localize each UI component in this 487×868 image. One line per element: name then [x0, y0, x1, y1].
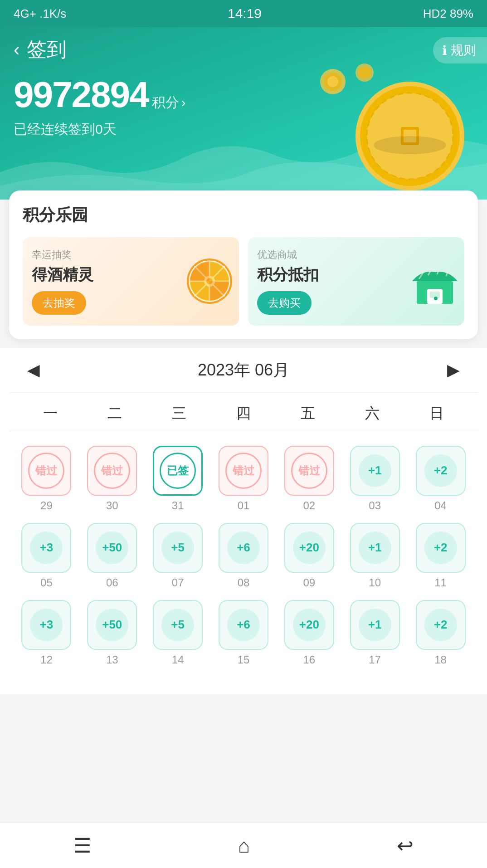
status-left: 4G+ .1K/s	[14, 7, 66, 21]
status-time: 14:19	[228, 6, 262, 21]
points-number: 9972894	[14, 77, 148, 113]
header-top: ‹ 签到	[14, 36, 473, 63]
cal-cell-16[interactable]: +2016	[276, 595, 342, 672]
cal-cell-09[interactable]: +2009	[276, 517, 342, 595]
card-section-title: 积分乐园	[23, 204, 464, 226]
cal-cell-06[interactable]: +5006	[79, 517, 145, 595]
weekday-thu: 四	[211, 404, 276, 424]
cal-cell-08[interactable]: +608	[211, 517, 277, 595]
info-icon: ℹ	[442, 43, 447, 58]
weekday-mon: 一	[18, 404, 83, 424]
cal-cell-12[interactable]: +312	[14, 595, 79, 672]
page-title: 签到	[27, 36, 67, 63]
coin-decoration	[306, 63, 469, 190]
points-arrow[interactable]: ›	[181, 95, 185, 110]
svg-point-4	[358, 66, 371, 79]
battery-text: HD2 89%	[423, 7, 473, 21]
cal-cell-31[interactable]: 已签31	[145, 440, 211, 517]
back-button[interactable]: ‹	[14, 39, 19, 60]
cal-cell-17[interactable]: +117	[342, 595, 408, 672]
cal-cell-14[interactable]: +514	[145, 595, 211, 672]
rules-button[interactable]: ℹ 规则	[433, 37, 487, 63]
lucky-draw-card[interactable]: 幸运抽奖 得酒精灵 去抽奖	[23, 237, 239, 326]
weekday-sat: 六	[340, 404, 404, 424]
svg-point-23	[434, 297, 438, 300]
cal-cell-15[interactable]: +615	[211, 595, 277, 672]
home-button[interactable]: ⌂	[238, 834, 250, 857]
weekday-fri: 五	[276, 404, 340, 424]
calendar-month-label: 2023年 06月	[198, 359, 289, 381]
cal-cell-02[interactable]: 错过02	[276, 440, 342, 517]
menu-button[interactable]: ☰	[73, 834, 91, 857]
rules-label: 规则	[451, 42, 476, 59]
cal-cell-30[interactable]: 错过30	[79, 440, 145, 517]
calendar-section: ◀ 2023年 06月 ▶ 一 二 三 四 五 六 日 错过29错过30已签31…	[0, 348, 487, 694]
cal-cell-04[interactable]: +204	[408, 440, 473, 517]
weekday-headers: 一 二 三 四 五 六 日	[9, 393, 478, 431]
signal-text: 4G+ .1K/s	[14, 7, 66, 21]
bottom-nav: ☰ ⌂ ↩	[0, 823, 487, 868]
svg-point-11	[374, 136, 446, 154]
cal-cell-18[interactable]: +218	[408, 595, 473, 672]
cal-cell-10[interactable]: +110	[342, 517, 408, 595]
header-section: ‹ 签到 ℹ 规则 9972894 积分 › 已经连续签到0天	[0, 27, 487, 200]
calendar-nav: ◀ 2023年 06月 ▶	[9, 348, 478, 393]
mall-button[interactable]: 去购买	[257, 291, 312, 315]
cal-cell-01[interactable]: 错过01	[211, 440, 277, 517]
next-month-button[interactable]: ▶	[443, 361, 464, 380]
status-bar: 4G+ .1K/s 14:19 HD2 89%	[0, 0, 487, 27]
weekday-tue: 二	[83, 404, 147, 424]
cal-cell-03[interactable]: +103	[342, 440, 408, 517]
cal-cell-29[interactable]: 错过29	[14, 440, 79, 517]
cal-cell-11[interactable]: +211	[408, 517, 473, 595]
mall-card[interactable]: 优选商城 积分抵扣 去购买	[248, 237, 464, 326]
points-unit: 积分	[152, 93, 179, 112]
promo-row: 幸运抽奖 得酒精灵 去抽奖	[23, 237, 464, 326]
cal-cell-13[interactable]: +5013	[79, 595, 145, 672]
status-right: HD2 89%	[423, 7, 473, 21]
svg-point-2	[327, 76, 338, 87]
back-nav-button[interactable]: ↩	[397, 834, 414, 857]
shop-icon	[410, 256, 460, 306]
calendar-grid: 错过29错过30已签31错过01错过02+103+204+305+5006+50…	[9, 431, 478, 681]
weekday-sun: 日	[404, 404, 469, 424]
wheel-icon	[185, 256, 234, 306]
card-section: 积分乐园 幸运抽奖 得酒精灵 去抽奖	[9, 190, 478, 339]
prev-month-button[interactable]: ◀	[23, 361, 44, 380]
cal-cell-07[interactable]: +507	[145, 517, 211, 595]
lucky-draw-button[interactable]: 去抽奖	[32, 291, 86, 315]
cal-cell-05[interactable]: +305	[14, 517, 79, 595]
weekday-wed: 三	[147, 404, 211, 424]
